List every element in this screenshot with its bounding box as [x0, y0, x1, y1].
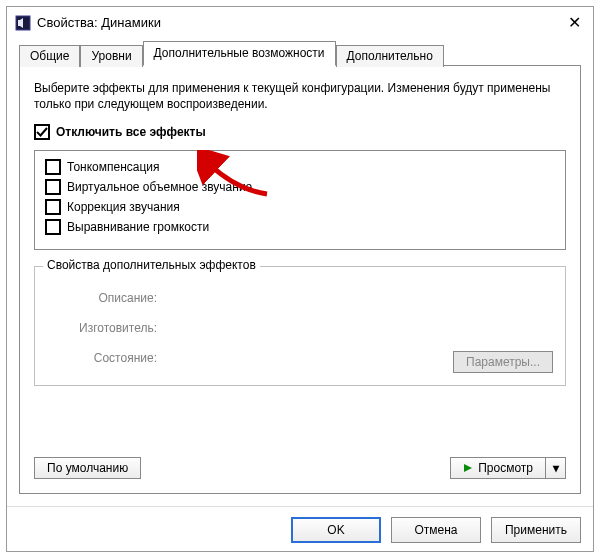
close-icon[interactable]: ✕ [564, 13, 585, 32]
dialog-buttons: OK Отмена Применить [7, 506, 593, 551]
preview-label: Просмотр [478, 461, 533, 475]
tab-advanced[interactable]: Дополнительно [336, 45, 444, 67]
params-row: Параметры... [453, 351, 553, 373]
prop-label: Описание: [47, 291, 157, 305]
prop-value [165, 351, 453, 373]
prop-row-state: Состояние: Параметры... [47, 351, 553, 373]
effect-label: Коррекция звучания [67, 200, 180, 214]
cancel-button[interactable]: Отмена [391, 517, 481, 543]
panel-bottom-row: По умолчанию Просмотр ▾ [34, 453, 566, 479]
effect-label: Выравнивание громкости [67, 220, 209, 234]
prop-label: Изготовитель: [47, 321, 157, 335]
titlebar: Свойства: Динамики ✕ [7, 7, 593, 40]
play-icon [463, 463, 473, 473]
svg-rect-2 [18, 20, 20, 26]
disable-all-checkbox[interactable] [34, 124, 50, 140]
effect-label: Тонкомпенсация [67, 160, 160, 174]
defaults-button[interactable]: По умолчанию [34, 457, 141, 479]
effect-row: Виртуальное объемное звучание [45, 179, 555, 195]
tab-panel-enhancements: Выберите эффекты для применения к текуще… [19, 65, 581, 494]
disable-all-label: Отключить все эффекты [56, 125, 206, 139]
preview-splitbutton: Просмотр ▾ [450, 457, 566, 479]
prop-label: Состояние: [47, 351, 157, 373]
prop-row-description: Описание: [47, 291, 553, 305]
effects-listbox: Тонкомпенсация Виртуальное объемное звуч… [34, 150, 566, 250]
effect-checkbox[interactable] [45, 159, 61, 175]
disable-all-row: Отключить все эффекты [34, 124, 566, 140]
apply-button[interactable]: Применить [491, 517, 581, 543]
tab-strip: Общие Уровни Дополнительные возможности … [19, 40, 581, 65]
prop-row-vendor: Изготовитель: [47, 321, 553, 335]
speaker-icon [15, 15, 31, 31]
tab-enhancements[interactable]: Дополнительные возможности [143, 41, 336, 66]
client-area: Общие Уровни Дополнительные возможности … [7, 40, 593, 506]
tab-levels[interactable]: Уровни [80, 45, 142, 67]
effect-checkbox[interactable] [45, 199, 61, 215]
svg-marker-3 [464, 464, 472, 472]
intro-text: Выберите эффекты для применения к текуще… [34, 80, 566, 112]
effect-label: Виртуальное объемное звучание [67, 180, 252, 194]
ok-button[interactable]: OK [291, 517, 381, 543]
effect-row: Выравнивание громкости [45, 219, 555, 235]
tab-general[interactable]: Общие [19, 45, 80, 67]
preview-dropdown[interactable]: ▾ [546, 457, 566, 479]
chevron-down-icon: ▾ [553, 461, 559, 475]
window-title: Свойства: Динамики [37, 15, 564, 30]
effect-properties-group: Свойства дополнительных эффектов Описани… [34, 266, 566, 386]
effect-checkbox[interactable] [45, 219, 61, 235]
effect-row: Коррекция звучания [45, 199, 555, 215]
effect-row: Тонкомпенсация [45, 159, 555, 175]
groupbox-legend: Свойства дополнительных эффектов [43, 258, 260, 272]
dialog-window: Свойства: Динамики ✕ Общие Уровни Дополн… [6, 6, 594, 552]
parameters-button[interactable]: Параметры... [453, 351, 553, 373]
prop-value [165, 291, 553, 305]
prop-value [165, 321, 553, 335]
effect-checkbox[interactable] [45, 179, 61, 195]
preview-button[interactable]: Просмотр [450, 457, 546, 479]
